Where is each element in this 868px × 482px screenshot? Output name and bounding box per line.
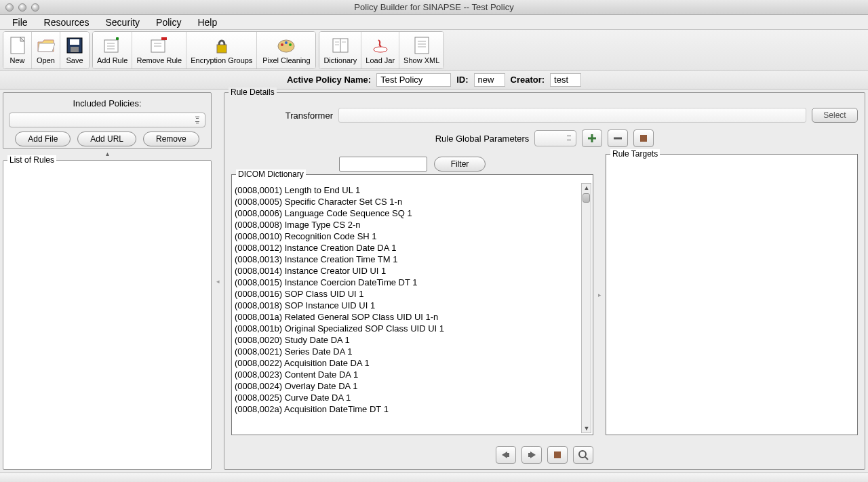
nav-stop-button[interactable]: [547, 446, 568, 464]
dict-entry[interactable]: (0008,0013) Instance Creation Time TM 1: [235, 254, 580, 265]
new-button[interactable]: New: [3, 32, 32, 68]
status-bar: [0, 473, 868, 482]
add-url-button[interactable]: Add URL: [77, 132, 136, 146]
close-icon[interactable]: [5, 3, 14, 12]
load-jar-button[interactable]: Load Jar: [361, 32, 399, 68]
svg-rect-3: [70, 39, 79, 45]
creator-input[interactable]: [550, 73, 581, 87]
save-label: Save: [66, 56, 83, 64]
add-rule-button[interactable]: Add Rule: [93, 32, 132, 68]
dict-entry[interactable]: (0008,002a) Acquisition DateTime DT 1: [235, 403, 580, 415]
add-param-button[interactable]: [582, 129, 602, 147]
dict-entry[interactable]: (0008,001a) Related General SOP Class UI…: [235, 311, 580, 323]
svg-point-16: [285, 41, 288, 44]
remove-rule-button[interactable]: Remove Rule: [132, 32, 186, 68]
dict-scrollbar[interactable]: ▲ ▼: [581, 183, 591, 433]
dictionary-button[interactable]: Dictionary: [319, 32, 361, 68]
policy-name-input[interactable]: [376, 73, 451, 87]
show-xml-label: Show XML: [403, 56, 439, 64]
remove-policy-button[interactable]: Remove: [143, 132, 199, 146]
rules-list-panel[interactable]: List of Rules: [3, 160, 212, 470]
policy-id-input[interactable]: [474, 73, 505, 87]
encryption-groups-label: Encryption Groups: [191, 56, 252, 64]
transformer-input[interactable]: [338, 108, 806, 123]
menubar: File Resources Security Policy Help: [0, 15, 868, 30]
dict-entry[interactable]: (0008,0010) Recognition Code SH 1: [235, 230, 580, 242]
dict-filter-input[interactable]: [339, 157, 427, 172]
menu-security[interactable]: Security: [97, 16, 148, 29]
scroll-down-icon[interactable]: ▼: [583, 425, 590, 432]
show-xml-button[interactable]: Show XML: [399, 32, 443, 68]
svg-point-15: [281, 43, 283, 46]
menu-policy[interactable]: Policy: [148, 16, 189, 29]
menu-resources[interactable]: Resources: [36, 16, 98, 29]
nav-search-button[interactable]: [573, 446, 593, 464]
scrollbar-thumb[interactable]: [583, 193, 590, 203]
transformer-label: Transformer: [231, 111, 333, 121]
dicom-dictionary-list[interactable]: (0008,0001) Length to End UL 1(0008,0005…: [233, 183, 581, 433]
window-title: Policy Builder for SINAPSE -- Test Polic…: [0, 2, 868, 12]
dict-entry[interactable]: (0008,0024) Overlay Date DA 1: [235, 380, 580, 392]
transformer-select-button[interactable]: Select: [812, 108, 858, 123]
toolbar-group-file: New Open Save: [3, 31, 90, 69]
svg-point-23: [374, 47, 387, 52]
dict-entry[interactable]: (0008,0012) Instance Creation Date DA 1: [235, 242, 580, 254]
dict-entry[interactable]: (0008,0023) Content Date DA 1: [235, 369, 580, 380]
dict-entry[interactable]: (0008,0005) Specific Character Set CS 1-…: [235, 196, 580, 207]
remove-rule-label: Remove Rule: [136, 56, 182, 64]
dict-entry[interactable]: (0008,0022) Acquisition Date DA 1: [235, 357, 580, 369]
dict-entry[interactable]: (0008,0008) Image Type CS 2-n: [235, 219, 580, 230]
toolbar: New Open Save Add Rule Remove Rule Encry…: [0, 30, 868, 71]
vertical-splitter[interactable]: ◂: [216, 92, 220, 470]
minimize-icon[interactable]: [18, 3, 26, 12]
dict-entry[interactable]: (0008,0018) SOP Instance UID UI 1: [235, 300, 580, 311]
dictionary-label: Dictionary: [323, 56, 357, 64]
edit-param-button[interactable]: [633, 129, 654, 147]
remove-rule-icon: [150, 36, 169, 55]
creator-label: Creator:: [511, 75, 545, 85]
rule-targets-panel[interactable]: Rule Targets: [606, 154, 858, 435]
scroll-up-icon[interactable]: ▲: [583, 184, 590, 191]
pixel-cleaning-button[interactable]: Pixel Cleaning: [257, 32, 315, 68]
menu-help[interactable]: Help: [189, 16, 225, 29]
save-button[interactable]: Save: [60, 32, 89, 68]
nav-next-button[interactable]: [521, 446, 542, 464]
global-params-combo[interactable]: [534, 130, 576, 146]
svg-point-17: [289, 43, 292, 46]
included-policies-dropdown[interactable]: [9, 113, 205, 127]
dict-splitter[interactable]: ▸: [597, 281, 601, 308]
dict-entry[interactable]: (0008,0015) Instance Coercion DateTime D…: [235, 277, 580, 288]
dict-entry[interactable]: (0008,0014) Instance Creator UID UI 1: [235, 265, 580, 277]
add-file-button[interactable]: Add File: [15, 132, 71, 146]
titlebar: Policy Builder for SINAPSE -- Test Polic…: [0, 0, 868, 15]
rule-targets-title: Rule Targets: [610, 149, 660, 159]
dict-entry[interactable]: (0008,0020) Study Date DA 1: [235, 334, 580, 346]
toolbar-group-misc: Dictionary Load Jar Show XML: [319, 31, 444, 69]
svg-rect-4: [71, 47, 79, 52]
dict-entry[interactable]: (0008,001b) Original Specialized SOP Cla…: [235, 323, 580, 334]
dict-entry[interactable]: (0008,0001) Length to End UL 1: [235, 184, 580, 196]
svg-line-35: [585, 457, 588, 460]
svg-rect-24: [415, 37, 429, 54]
svg-marker-29: [502, 451, 507, 458]
new-label: New: [9, 56, 24, 64]
filter-button[interactable]: Filter: [434, 157, 486, 172]
svg-rect-32: [528, 453, 530, 457]
rules-list-title: List of Rules: [7, 155, 56, 165]
open-button[interactable]: Open: [32, 32, 60, 68]
policy-id-label: ID:: [456, 75, 468, 85]
svg-rect-33: [554, 451, 561, 458]
main-area: Included Policies: Add File Add URL Remo…: [0, 89, 868, 473]
encryption-groups-button[interactable]: Encryption Groups: [186, 32, 257, 68]
dict-entry[interactable]: (0008,0006) Language Code Sequence SQ 1: [235, 207, 580, 219]
java-icon: [371, 36, 390, 55]
svg-rect-28: [640, 135, 647, 142]
zoom-icon[interactable]: [31, 3, 39, 12]
palette-icon: [277, 36, 296, 55]
nav-prev-button[interactable]: [496, 446, 516, 464]
dict-entry[interactable]: (0008,0016) SOP Class UID UI 1: [235, 288, 580, 300]
menu-file[interactable]: File: [4, 16, 36, 29]
remove-param-button[interactable]: [608, 129, 628, 147]
dict-entry[interactable]: (0008,0025) Curve Date DA 1: [235, 392, 580, 403]
dict-entry[interactable]: (0008,0021) Series Date DA 1: [235, 346, 580, 357]
